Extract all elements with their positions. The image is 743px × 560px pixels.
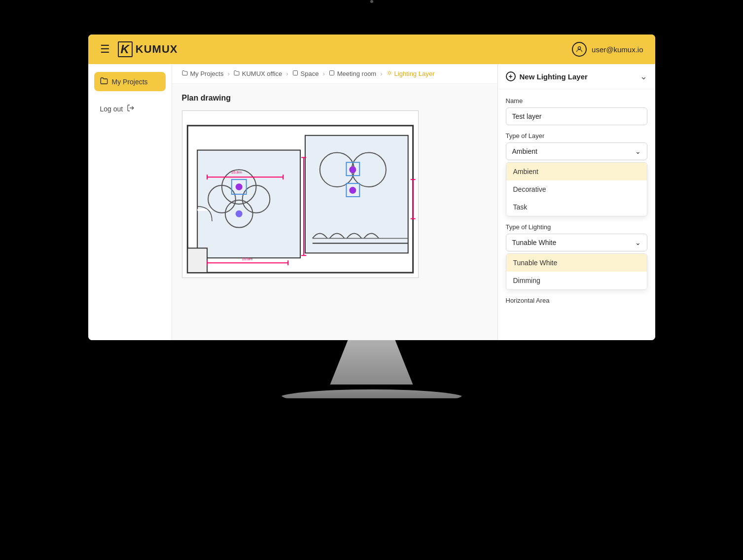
sidebar-item-logout[interactable]: Log out [94,99,166,118]
type-of-layer-label: Type of Layer [506,132,647,140]
breadcrumb-sep-4: › [380,70,382,77]
dropdown-item-dimming[interactable]: Dimming [506,272,647,289]
content-area: My Projects › KUMUX office › S [172,64,497,340]
logo: K KUMUX [118,41,178,57]
type-of-lighting-display[interactable]: Tunable White ⌄ [506,234,647,251]
svg-point-23 [235,210,242,217]
breadcrumb-folder-icon [182,70,188,77]
user-email: user@kumux.io [592,45,643,54]
svg-line-12 [391,71,391,71]
svg-line-7 [388,71,388,71]
right-panel: + New Lighting Layer ⌄ Name Type of Laye… [497,64,655,340]
svg-point-34 [349,166,356,173]
breadcrumb-room-icon [329,70,335,77]
stand-neck [313,340,431,385]
svg-rect-16 [197,209,212,211]
logout-label: Log out [100,105,123,113]
dropdown-item-ambient[interactable]: Ambient [506,163,647,180]
breadcrumb-light-icon [387,70,392,77]
name-input[interactable] [506,107,647,125]
horizontal-area-field-group: Horizontal Area [506,297,647,307]
breadcrumb: My Projects › KUMUX office › S [172,64,497,84]
breadcrumb-lighting-layer: Lighting Layer [387,70,435,77]
type-of-lighting-selected-value: Tunable White [512,239,557,246]
svg-text:10.8m: 10.8m [242,257,252,261]
name-label: Name [506,97,647,105]
type-of-layer-selected-value: Ambient [512,147,537,155]
svg-rect-17 [187,248,207,273]
add-layer-icon[interactable]: + [506,71,516,81]
svg-rect-3 [329,71,334,75]
breadcrumb-kumux-office[interactable]: KUMUX office [234,70,282,77]
type-of-layer-select[interactable]: Ambient ⌄ Ambient Decorative Task [506,142,647,216]
svg-rect-15 [305,136,408,253]
sidebar-item-my-projects[interactable]: My Projects [94,72,166,91]
header: ☰ K KUMUX user@kumux.io [88,35,655,64]
horizontal-area-label: Horizontal Area [506,297,647,304]
type-of-layer-field-group: Type of Layer Ambient ⌄ Ambient Decorati… [506,132,647,216]
panel-header-title: New Lighting Layer [520,72,588,81]
type-of-layer-display[interactable]: Ambient ⌄ [506,142,647,160]
folder-icon [100,77,108,86]
svg-point-22 [235,183,242,190]
stand-base [278,384,465,398]
monitor-stand [278,340,465,398]
svg-line-8 [391,74,391,75]
breadcrumb-meeting-room[interactable]: Meeting room [329,70,376,77]
chevron-down-icon: ⌄ [635,147,641,155]
plan-area: Plan drawing [172,84,497,340]
svg-rect-2 [293,71,297,75]
plan-title: Plan drawing [182,94,488,103]
type-of-lighting-label: Type of Lighting [506,223,647,231]
svg-point-0 [578,47,580,49]
panel-body: Name Type of Layer Ambient ⌄ Ambien [498,89,655,315]
sidebar: My Projects Log out [88,64,172,340]
logout-icon [127,104,135,113]
plan-canvas[interactable]: 10.8m [182,110,419,278]
dropdown-item-task[interactable]: Task [506,198,647,216]
type-of-lighting-dropdown: Tunable White Dimming [506,253,647,290]
chevron-down-icon-2: ⌄ [635,239,641,246]
panel-collapse-icon[interactable]: ⌄ [640,71,647,82]
svg-line-11 [388,74,388,75]
breadcrumb-sep-2: › [286,70,288,77]
name-field-group: Name [506,97,647,125]
dropdown-item-decorative[interactable]: Decorative [506,180,647,198]
logo-text: KUMUX [136,43,178,56]
sidebar-item-my-projects-label: My Projects [112,78,148,86]
breadcrumb-my-projects[interactable]: My Projects [182,70,224,77]
breadcrumb-sep-1: › [227,70,229,77]
type-of-layer-dropdown: Ambient Decorative Task [506,162,647,216]
dropdown-item-tunable-white[interactable]: Tunable White [506,254,647,272]
breadcrumb-sep-3: › [322,70,324,77]
breadcrumb-space[interactable]: Space [292,70,319,77]
type-of-lighting-select[interactable]: Tunable White ⌄ Tunable White Dimming [506,234,647,290]
logo-k-icon: K [118,41,133,57]
svg-point-37 [349,187,356,194]
user-avatar-icon [572,42,587,57]
type-of-lighting-field-group: Type of Lighting Tunable White ⌄ Tunable… [506,223,647,290]
svg-point-4 [388,72,390,74]
panel-header: + New Lighting Layer ⌄ [498,64,655,89]
svg-text:10.8m: 10.8m [231,170,242,175]
breadcrumb-folder2-icon [234,70,240,77]
breadcrumb-space-icon [292,70,298,77]
hamburger-icon[interactable]: ☰ [100,43,110,56]
user-info: user@kumux.io [572,42,643,57]
